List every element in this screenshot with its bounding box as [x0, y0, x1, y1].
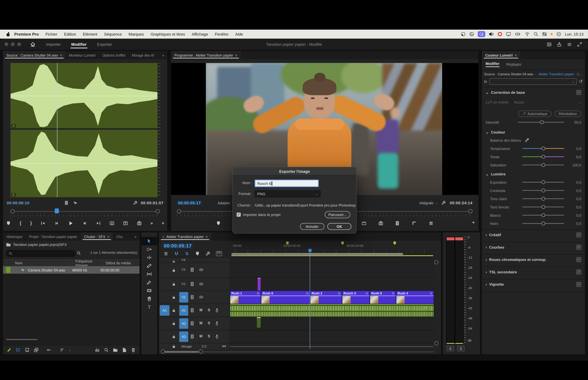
minimize-window-button[interactable] [11, 42, 15, 46]
track-select-tool[interactable] [141, 245, 157, 253]
hscroll-bar[interactable] [164, 351, 199, 353]
name-input[interactable]: Rusch 6 [255, 180, 319, 187]
new-bin-icon[interactable] [113, 347, 118, 352]
menu-element[interactable]: Elément [79, 32, 101, 36]
intensity-value[interactable]: 50,0 [568, 120, 581, 124]
tab-chutier-sfx[interactable]: Chutier : SFX≡ [81, 232, 113, 241]
workspace-icon[interactable] [547, 42, 551, 47]
play-icon[interactable] [68, 220, 74, 226]
browse-button[interactable]: Parcourir... [325, 211, 350, 218]
track-target-v1[interactable]: V1 [179, 292, 188, 303]
reset-button[interactable]: Réinitialiser [554, 110, 581, 117]
tab-projet[interactable]: Projet : Tansition papier papier [26, 232, 80, 241]
waveform-channel-left[interactable]: G [10, 63, 157, 128]
delete-icon[interactable] [131, 347, 136, 352]
source-playhead[interactable] [57, 63, 57, 197]
lock-icon[interactable] [172, 282, 176, 286]
source-current-timecode[interactable]: 00:00:00:10 [7, 201, 29, 205]
track-content-mix[interactable] [230, 343, 434, 349]
column-frequence[interactable]: Fréquence d'image [72, 259, 103, 267]
section-correction-de-base[interactable]: ⌄Correction de base [486, 90, 525, 94]
mark-out-icon[interactable]: } [30, 220, 32, 226]
grid-icon[interactable] [429, 221, 434, 226]
goto-out-icon[interactable] [96, 221, 101, 226]
display-icon[interactable] [506, 31, 511, 37]
status-globe-icon[interactable] [461, 31, 466, 37]
sequence-marker-icon[interactable] [393, 242, 396, 245]
tab-moniteur-lumetri[interactable]: Moniteur Lumetri [65, 51, 99, 59]
blacks-value[interactable]: 0,0 [568, 221, 581, 226]
nav-tab-importer[interactable]: Importer [41, 38, 66, 50]
track-label[interactable]: V3 [181, 268, 185, 271]
contrast-slider[interactable] [522, 190, 564, 191]
timeline-clip-rush5[interactable]: Rush 5fx [370, 291, 396, 304]
blacks-slider[interactable] [522, 223, 564, 224]
menu-aide[interactable]: Aide [232, 32, 247, 36]
meter-solo-right-button[interactable]: S [457, 346, 465, 351]
screen-share-icon[interactable] [478, 31, 485, 37]
bin-search-input[interactable] [6, 250, 76, 257]
razor-tool[interactable] [141, 262, 157, 270]
fullscreen-icon[interactable] [577, 42, 582, 47]
temperature-value[interactable]: 0,0 [568, 146, 581, 151]
linked-selection-icon[interactable] [185, 251, 189, 256]
icon-view-icon[interactable] [25, 347, 30, 352]
search-in-bin-icon[interactable] [76, 251, 81, 255]
source-track-icon[interactable] [190, 308, 195, 313]
bin-row-camera-shutter[interactable]: Camera Shutter 04.wav 48000 Hz 00:00:00:… [3, 266, 140, 274]
transport-overflow-icon[interactable]: » [150, 220, 153, 226]
add-marker-icon[interactable] [216, 221, 221, 226]
timeline-clip-rush1[interactable]: Rush 1fx [230, 291, 261, 304]
roues-enabled-checkbox[interactable]: ✓ [576, 257, 581, 262]
vertical-scroll-handle-top[interactable] [434, 260, 438, 264]
tab-overflow-icon[interactable]: » [134, 234, 140, 239]
panel-menu-icon[interactable]: ≡ [235, 53, 237, 57]
sfx-audio-clip[interactable] [257, 317, 261, 328]
track-content-v3[interactable] [230, 263, 434, 278]
mix-gain-value[interactable]: 0,0 [202, 344, 207, 348]
timeline-scroll-zoom-bar[interactable] [231, 253, 403, 255]
button-editor-icon[interactable]: + [472, 220, 475, 225]
display-mode-icon[interactable] [64, 201, 68, 205]
tab-programme[interactable]: Programme : Atelier Transition papier≡ [171, 51, 241, 59]
tint-value[interactable]: 0,0 [568, 155, 581, 159]
zoom-handle-left[interactable] [177, 209, 181, 213]
track-label[interactable]: V4 [181, 258, 185, 262]
column-nom[interactable]: Nom [3, 261, 72, 265]
settings-wrench-icon[interactable] [133, 201, 138, 205]
voiceover-mic-icon[interactable] [214, 321, 219, 326]
source-track-icon[interactable] [190, 321, 195, 326]
eyedropper-icon[interactable] [525, 138, 529, 142]
mute-button[interactable]: M [199, 334, 203, 338]
intensity-slider[interactable] [518, 122, 564, 123]
tint-slider[interactable] [522, 156, 564, 157]
safe-margins-icon[interactable] [412, 221, 417, 226]
menu-fichier[interactable]: Fichier [42, 32, 61, 36]
menu-fenetre[interactable]: Fenêtre [211, 32, 232, 36]
menu-affichage[interactable]: Affichage [188, 32, 211, 36]
freeform-view-icon[interactable] [34, 347, 38, 352]
meter-solo-left-button[interactable]: S [447, 346, 454, 351]
contrast-value[interactable]: 0,0 [568, 189, 581, 192]
lumetri-source-clip[interactable]: Source · Camera Shutter 04.wav [484, 72, 533, 76]
source-playhead-handle[interactable] [55, 209, 59, 213]
goto-in-icon[interactable] [41, 221, 45, 226]
track-content-a2[interactable] [230, 317, 434, 330]
zoom-window-button[interactable] [17, 42, 21, 46]
hand-tool[interactable] [141, 295, 157, 303]
fit-sequence-icon[interactable] [222, 344, 226, 348]
shadows-slider[interactable] [522, 207, 564, 207]
captions-icon[interactable]: CC [216, 251, 222, 256]
sort-icon[interactable] [60, 347, 64, 352]
horizontal-scroll-track[interactable] [162, 351, 434, 352]
nest-settings-icon[interactable] [163, 251, 168, 256]
source-track-icon[interactable] [190, 334, 195, 339]
menu-sequence[interactable]: Séquence [101, 32, 125, 36]
button-editor-icon[interactable]: + [162, 220, 164, 226]
new-item-icon[interactable] [122, 347, 127, 352]
clip-indicator[interactable] [455, 237, 463, 240]
toggle-visibility-eye-icon[interactable] [199, 295, 204, 300]
audio-clip[interactable]: ♪ [230, 304, 434, 317]
clip-name[interactable]: Camera Shutter 04.wav [28, 268, 72, 272]
step-forward-icon[interactable] [82, 221, 87, 226]
